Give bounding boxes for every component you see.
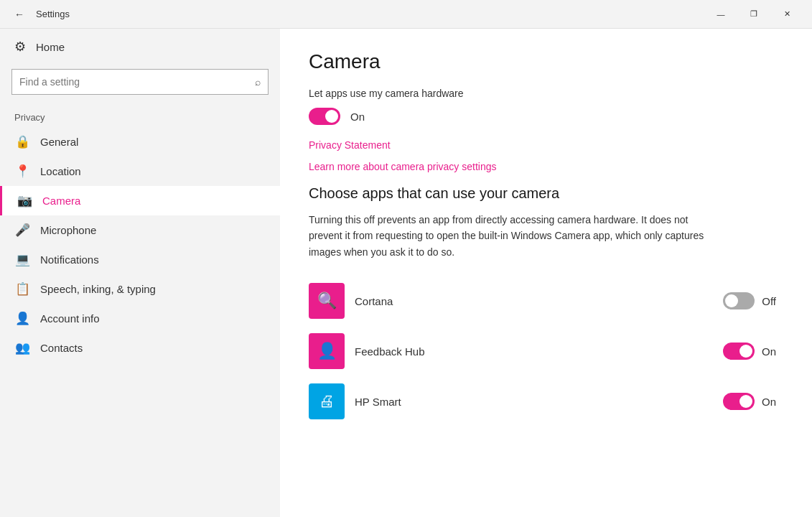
sidebar-item-location[interactable]: 📍Location [0, 157, 280, 186]
app-item: 🔍CortanaOff [309, 276, 783, 326]
sidebar-item-label-camera: Camera [42, 195, 80, 207]
app-toggle-label: On [762, 345, 776, 358]
sidebar-item-label-account: Account info [40, 312, 100, 325]
minimize-button[interactable]: — [704, 0, 737, 29]
back-button[interactable]: ← [9, 4, 30, 25]
app-toggle-label: On [762, 396, 776, 408]
sidebar-item-speech[interactable]: 📋Speech, inking, & typing [0, 274, 280, 304]
app-item: 👤Feedback HubOn [309, 326, 783, 376]
sidebar-item-microphone[interactable]: 🎤Microphone [0, 215, 280, 245]
app-item: 🖨HP SmartOn [309, 376, 783, 427]
sidebar-item-contacts[interactable]: 👥Contacts [0, 333, 280, 363]
camera-icon: 📷 [17, 193, 32, 208]
sidebar: ⚙ Home ⌕ Privacy 🔒General📍Location📷Camer… [0, 29, 280, 517]
app-toggle-feedback-hub[interactable] [723, 343, 755, 360]
restore-button[interactable]: ❐ [737, 0, 770, 29]
nav-items: 🔒General📍Location📷Camera🎤Microphone💻Noti… [0, 127, 280, 363]
home-icon: ⚙ [14, 39, 26, 55]
home-label: Home [36, 41, 65, 53]
app-toggle-area: On [723, 343, 776, 360]
app-icon-hp-smart: 🖨 [309, 383, 345, 419]
app-toggle-area: On [723, 393, 776, 410]
close-icon: ✕ [784, 9, 790, 19]
sidebar-item-label-microphone: Microphone [40, 224, 96, 236]
app-toggle-label: Off [762, 295, 776, 307]
sidebar-item-general[interactable]: 🔒General [0, 127, 280, 157]
sidebar-item-label-contacts: Contacts [40, 342, 83, 354]
learn-more-link[interactable]: Learn more about camera privacy settings [309, 161, 783, 172]
close-button[interactable]: ✕ [770, 0, 803, 29]
search-box: ⌕ [11, 69, 269, 95]
back-icon: ← [14, 9, 24, 20]
privacy-section-label: Privacy [0, 106, 280, 127]
account-icon: 👤 [14, 311, 30, 326]
description-text: Turning this off prevents an app from di… [309, 212, 711, 260]
app-icon-cortana: 🔍 [309, 283, 345, 319]
privacy-statement-link[interactable]: Privacy Statement [309, 139, 783, 151]
sidebar-item-label-general: General [40, 136, 78, 148]
camera-toggle[interactable] [309, 108, 340, 125]
location-icon: 📍 [14, 164, 30, 179]
search-input[interactable] [19, 76, 255, 88]
main-toggle-row: On [309, 108, 783, 125]
page-title: Camera [309, 50, 783, 73]
app-name: HP Smart [355, 396, 723, 408]
titlebar: ← Settings — ❐ ✕ [0, 0, 812, 29]
sidebar-item-home[interactable]: ⚙ Home [0, 29, 280, 65]
main-layout: ⚙ Home ⌕ Privacy 🔒General📍Location📷Camer… [0, 29, 812, 517]
microphone-icon: 🎤 [14, 223, 30, 238]
sidebar-item-account[interactable]: 👤Account info [0, 304, 280, 333]
speech-icon: 📋 [14, 281, 30, 297]
sidebar-item-label-speech: Speech, inking, & typing [40, 283, 156, 295]
app-toggle-area: Off [723, 292, 776, 309]
app-toggle-hp-smart[interactable] [723, 393, 755, 410]
app-icon-feedback-hub: 👤 [309, 333, 345, 369]
content-area: Camera Let apps use my camera hardware O… [280, 29, 812, 517]
apps-list: 🔍CortanaOff👤Feedback HubOn🖨HP SmartOn [309, 276, 783, 427]
app-name: Cortana [355, 295, 723, 307]
camera-toggle-label: On [350, 111, 365, 123]
choose-apps-heading: Choose apps that can use your camera [309, 185, 783, 202]
contacts-icon: 👥 [14, 340, 30, 355]
sidebar-item-label-location: Location [40, 165, 81, 177]
app-toggle-cortana[interactable] [723, 292, 755, 309]
sidebar-item-label-notifications: Notifications [40, 253, 99, 266]
notifications-icon: 💻 [14, 252, 30, 267]
let-apps-label: Let apps use my camera hardware [309, 88, 783, 99]
sidebar-item-camera[interactable]: 📷Camera [0, 186, 280, 215]
search-icon: ⌕ [255, 76, 261, 88]
sidebar-item-notifications[interactable]: 💻Notifications [0, 245, 280, 274]
window-controls: — ❐ ✕ [704, 0, 803, 29]
restore-icon: ❐ [750, 9, 757, 19]
app-name: Feedback Hub [355, 345, 723, 358]
general-icon: 🔒 [14, 134, 30, 149]
minimize-icon: — [717, 10, 725, 19]
app-title: Settings [36, 9, 704, 19]
